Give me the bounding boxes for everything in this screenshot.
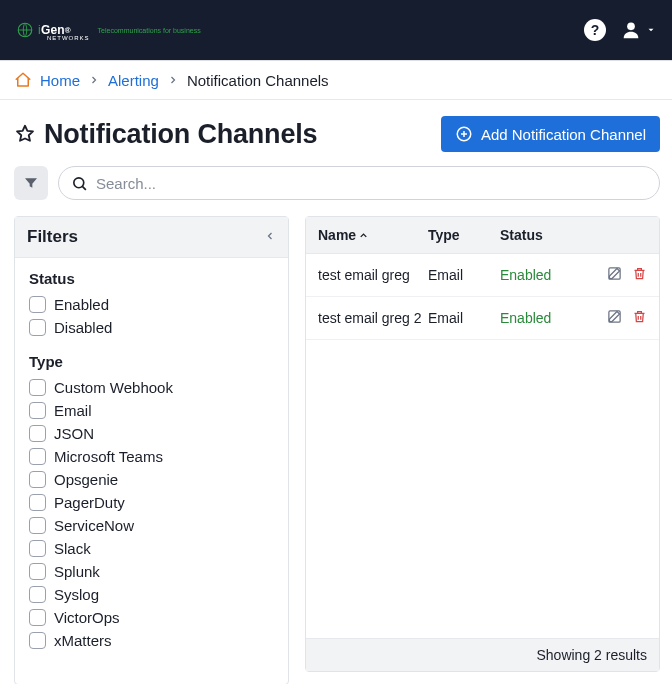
checkbox-icon[interactable] [29,632,46,649]
filter-group-label: Type [29,353,274,370]
brand: i Gen ® NETWORKS Telecommunications for … [16,19,201,41]
filter-option-label: PagerDuty [54,494,125,511]
caret-down-icon [646,25,656,35]
help-icon[interactable]: ? [584,19,606,41]
filter-option[interactable]: Slack [29,537,274,560]
filter-option-label: VictorOps [54,609,120,626]
filter-option[interactable]: Opsgenie [29,468,274,491]
table-row[interactable]: test email greg 2EmailEnabled [306,297,659,340]
filter-option-label: xMatters [54,632,112,649]
cell-status: Enabled [500,310,592,326]
breadcrumb: Home Alerting Notification Channels [0,60,672,100]
table-header: Name Type Status [306,217,659,254]
checkbox-icon[interactable] [29,296,46,313]
checkbox-icon[interactable] [29,517,46,534]
cell-type: Email [428,267,500,283]
filter-option[interactable]: ServiceNow [29,514,274,537]
column-header-status[interactable]: Status [500,227,592,243]
checkbox-icon[interactable] [29,540,46,557]
filter-option[interactable]: VictorOps [29,606,274,629]
filter-option[interactable]: Custom Webhook [29,376,274,399]
filter-option[interactable]: xMatters [29,629,274,652]
filter-option[interactable]: JSON [29,422,274,445]
checkbox-icon[interactable] [29,425,46,442]
filter-option-label: JSON [54,425,94,442]
filters-title: Filters [27,227,78,247]
plus-circle-icon [455,125,473,143]
svg-point-3 [74,177,84,187]
filter-option-label: Splunk [54,563,100,580]
filter-option-label: ServiceNow [54,517,134,534]
results-table: Name Type Status test email gregEmailEna… [305,216,660,672]
delete-icon[interactable] [632,309,647,327]
table-row[interactable]: test email gregEmailEnabled [306,254,659,297]
search-field[interactable] [58,166,660,200]
search-icon [71,175,88,192]
cell-type: Email [428,310,500,326]
filters-panel: Filters StatusEnabledDisabledTypeCustom … [14,216,289,684]
checkbox-icon[interactable] [29,448,46,465]
filter-option-label: Slack [54,540,91,557]
filter-group-label: Status [29,270,274,287]
checkbox-icon[interactable] [29,471,46,488]
brand-tagline: Telecommunications for business [98,27,201,34]
home-icon[interactable] [14,71,32,89]
filter-option-label: Microsoft Teams [54,448,163,465]
cell-name: test email greg [318,267,428,283]
filter-option-label: Email [54,402,92,419]
table-footer: Showing 2 results [306,638,659,671]
filter-group: TypeCustom WebhookEmailJSONMicrosoft Tea… [29,353,274,652]
breadcrumb-alerting[interactable]: Alerting [108,72,159,89]
filter-option[interactable]: Syslog [29,583,274,606]
collapse-filters-icon[interactable] [264,229,276,245]
page-title: Notification Channels [44,119,317,150]
user-menu[interactable] [620,19,656,41]
cell-status: Enabled [500,267,592,283]
filter-toggle-button[interactable] [14,166,48,200]
chevron-right-icon [88,74,100,86]
filter-option-label: Disabled [54,319,112,336]
filter-option[interactable]: PagerDuty [29,491,274,514]
topbar: i Gen ® NETWORKS Telecommunications for … [0,0,672,60]
user-icon [620,19,642,41]
brand-sub: NETWORKS [47,35,90,41]
filter-option[interactable]: Microsoft Teams [29,445,274,468]
search-input[interactable] [96,175,647,192]
checkbox-icon[interactable] [29,494,46,511]
column-header-type[interactable]: Type [428,227,500,243]
globe-icon [16,21,34,39]
star-icon[interactable] [14,123,36,145]
checkbox-icon[interactable] [29,609,46,626]
filter-option[interactable]: Enabled [29,293,274,316]
filter-option[interactable]: Splunk [29,560,274,583]
checkbox-icon[interactable] [29,319,46,336]
column-header-name[interactable]: Name [318,227,428,243]
checkbox-icon[interactable] [29,379,46,396]
edit-icon[interactable] [607,309,622,327]
chevron-right-icon [167,74,179,86]
filter-option-label: Enabled [54,296,109,313]
svg-point-1 [627,22,635,30]
filter-group: StatusEnabledDisabled [29,270,274,339]
filter-option-label: Syslog [54,586,99,603]
filter-option[interactable]: Email [29,399,274,422]
page-header: Notification Channels Add Notification C… [14,116,660,152]
checkbox-icon[interactable] [29,563,46,580]
checkbox-icon[interactable] [29,586,46,603]
add-notification-channel-button[interactable]: Add Notification Channel [441,116,660,152]
sort-asc-icon [358,230,369,241]
breadcrumb-home[interactable]: Home [40,72,80,89]
filter-option-label: Custom Webhook [54,379,173,396]
delete-icon[interactable] [632,266,647,284]
edit-icon[interactable] [607,266,622,284]
filter-option[interactable]: Disabled [29,316,274,339]
breadcrumb-current: Notification Channels [187,72,329,89]
cell-name: test email greg 2 [318,310,428,326]
filter-option-label: Opsgenie [54,471,118,488]
checkbox-icon[interactable] [29,402,46,419]
filter-icon [23,175,39,191]
